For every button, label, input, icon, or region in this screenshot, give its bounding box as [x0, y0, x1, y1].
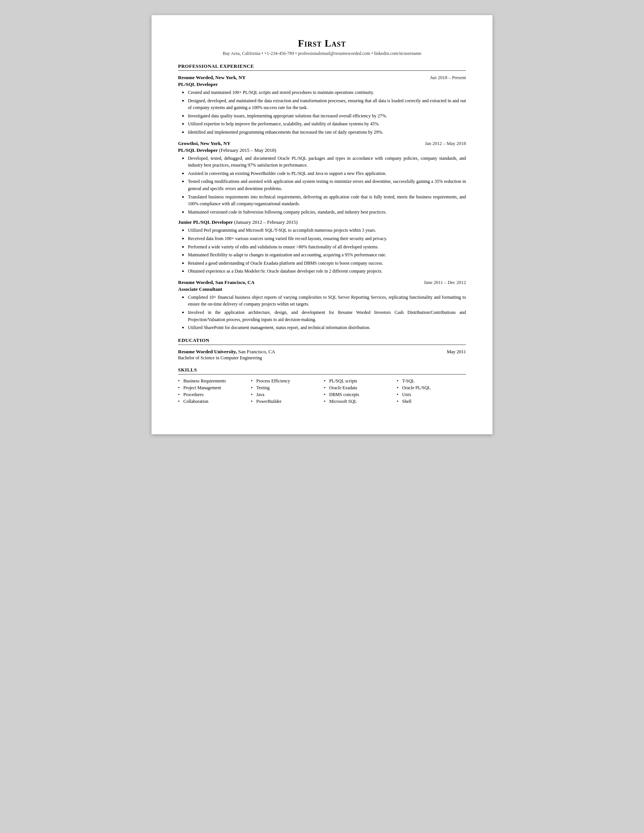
bullet: Created and maintained 100+ PL/SQL scrip…: [182, 89, 466, 96]
job-block-3: Resume Worded, San Francisco, CA June 20…: [178, 280, 466, 331]
edu-location: San Francisco, CA: [238, 349, 275, 354]
job-date-3: June 2011 – Dec 2012: [424, 280, 466, 286]
job-bullets-2a: Developed, tested, debugged, and documen…: [178, 155, 466, 216]
skill-item: Microsoft SQL: [324, 399, 393, 404]
skills-list-3: PL/SQL scripts Oracle Exadata DBMS conce…: [324, 378, 393, 404]
job-company-2: Growthsi, New York, NY: [178, 140, 230, 146]
bullet: Maintained flexibility to adapt to chang…: [182, 251, 466, 259]
job-block-1: Resume Worded, New York, NY Jun 2018 – P…: [178, 75, 466, 136]
bullet: Developed, tested, debugged, and documen…: [182, 155, 466, 169]
bullet: Tested coding modifications and assisted…: [182, 178, 466, 192]
skill-item: Procedures: [178, 392, 247, 397]
job-header-1: Resume Worded, New York, NY Jun 2018 – P…: [178, 75, 466, 80]
skills-list-4: T-SQL Oracle PL/SQL Unix Shell: [397, 378, 466, 404]
edu-degree: Bachelor of Science in Computer Engineer…: [178, 355, 275, 361]
skill-item: Collaboration: [178, 399, 247, 404]
skill-item: PL/SQL scripts: [324, 378, 393, 384]
skill-item: Unix: [397, 392, 466, 397]
skill-item: DBMS concepts: [324, 392, 393, 397]
resume-page: First Last Bay Area, California • +1-234…: [151, 15, 493, 434]
bullet: Assisted in converting an existing Power…: [182, 170, 466, 177]
bullet: Completed 10+ financial business object …: [182, 294, 466, 308]
job-company-1: Resume Worded, New York, NY: [178, 75, 245, 80]
skill-item: PowerBuilder: [251, 399, 320, 404]
education-title: Education: [178, 338, 466, 345]
company-location-1: , New York, NY: [213, 75, 246, 80]
edu-date: May 2011: [447, 349, 466, 355]
job-header-3: Resume Worded, San Francisco, CA June 20…: [178, 280, 466, 286]
bullet: Designed, developed, and maintained the …: [182, 97, 466, 111]
experience-title: Professional Experience: [178, 63, 466, 71]
skill-item: Shell: [397, 399, 466, 404]
education-section: Education Resume Worded University, San …: [178, 338, 466, 361]
bullet: Utilized expertise to help improve the p…: [182, 121, 466, 128]
job-title-1: PL/SQL Developer: [178, 81, 466, 87]
bullet: Utilized SharePoint for document managem…: [182, 324, 466, 331]
skill-item: Oracle Exadata: [324, 385, 393, 391]
skills-col-1: Business Requirements Project Management…: [178, 378, 247, 405]
edu-left: Resume Worded University, San Francisco,…: [178, 349, 275, 361]
skills-col-4: T-SQL Oracle PL/SQL Unix Shell: [397, 378, 466, 405]
header: First Last Bay Area, California • +1-234…: [178, 38, 466, 56]
bullet: Identified and implemented programming e…: [182, 129, 466, 136]
header-name: First Last: [178, 38, 466, 49]
company-name-1: Resume Worded: [178, 75, 213, 80]
job-date-2: Jan 2012 – May 2018: [425, 141, 466, 146]
skill-item: Oracle PL/SQL: [397, 385, 466, 391]
job-title-2: PL/SQL Developer (February 2015 – May 20…: [178, 147, 466, 153]
skills-title: Skills: [178, 367, 466, 375]
skill-item: T-SQL: [397, 378, 466, 384]
job-title-2b: Junior PL/SQL Developer (January 2012 – …: [178, 219, 466, 225]
skills-grid: Business Requirements Project Management…: [178, 378, 466, 405]
bullet: Investigated data quality issues, implem…: [182, 113, 466, 120]
edu-school: Resume Worded University, San Francisco,…: [178, 349, 275, 355]
company-location-2: , New York, NY: [198, 140, 231, 146]
skill-item: Testing: [251, 385, 320, 391]
skills-section: Skills Business Requirements Project Man…: [178, 367, 466, 405]
job-bullets-1: Created and maintained 100+ PL/SQL scrip…: [178, 89, 466, 136]
company-name-3: Resume Worded: [178, 280, 213, 285]
bullet: Retained a good understanding of Oracle …: [182, 260, 466, 267]
job-title-3: Associate Consultant: [178, 286, 466, 292]
experience-section: Professional Experience Resume Worded, N…: [178, 63, 466, 331]
company-name-2: Growthsi: [178, 140, 198, 146]
job-date-1: Jun 2018 – Present: [430, 75, 466, 80]
job-block-2: Growthsi, New York, NY Jan 2012 – May 20…: [178, 140, 466, 275]
header-contact: Bay Area, California • +1-234-456-789 • …: [178, 51, 466, 56]
skills-col-3: PL/SQL scripts Oracle Exadata DBMS conce…: [324, 378, 393, 405]
company-location-3: , San Francisco, CA: [213, 280, 254, 285]
job-company-3: Resume Worded, San Francisco, CA: [178, 280, 254, 286]
bullet: Maintained versioned code in Subversion …: [182, 209, 466, 216]
bullet: Received data from 100+ various sources …: [182, 235, 466, 242]
edu-block: Resume Worded University, San Francisco,…: [178, 349, 466, 361]
bullet: Utilized Perl programming and Microsoft …: [182, 227, 466, 234]
bullet: Translated business requirements into te…: [182, 193, 466, 207]
edu-school-name: Resume Worded University,: [178, 349, 237, 354]
skill-item: Java: [251, 392, 320, 397]
job-bullets-3: Completed 10+ financial business object …: [178, 294, 466, 331]
bullet: Involved in the application architecture…: [182, 309, 466, 323]
skills-list-1: Business Requirements Project Management…: [178, 378, 247, 404]
bullet: Obtained experience as a Data Modeler/Sr…: [182, 268, 466, 275]
skills-col-2: Process Efficiency Testing Java PowerBui…: [251, 378, 320, 405]
bullet: Performed a wide variety of edits and va…: [182, 243, 466, 251]
skill-item: Project Management: [178, 385, 247, 391]
skill-item: Process Efficiency: [251, 378, 320, 384]
skill-item: Business Requirements: [178, 378, 247, 384]
skills-list-2: Process Efficiency Testing Java PowerBui…: [251, 378, 320, 404]
job-bullets-2b: Utilized Perl programming and Microsoft …: [178, 227, 466, 275]
job-header-2: Growthsi, New York, NY Jan 2012 – May 20…: [178, 140, 466, 146]
